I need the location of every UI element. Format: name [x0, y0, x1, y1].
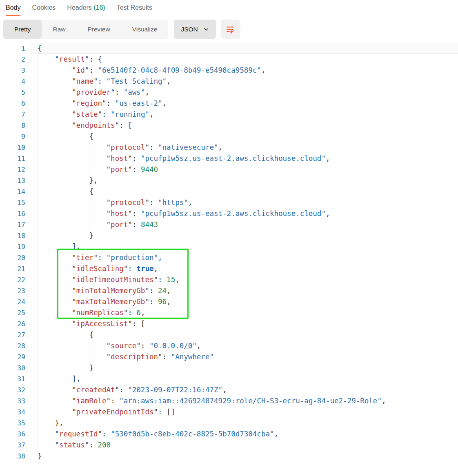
code-line: 16"host": "pcufp1w5sz.us-east-2.aws.clic…	[0, 208, 458, 219]
indent-guide	[72, 175, 89, 186]
code-token: ": [	[128, 320, 145, 328]
code-line: 12"port": 9440	[0, 164, 458, 175]
view-mode-pretty[interactable]: Pretty	[3, 20, 42, 39]
tab-body[interactable]: Body	[6, 4, 20, 16]
code-token: ": [	[115, 121, 132, 129]
indent-guide	[89, 351, 106, 363]
view-mode-preview[interactable]: Preview	[77, 20, 121, 39]
code-line: 20"tier": "production",	[0, 252, 458, 263]
code-line: 27{	[0, 329, 458, 340]
code-token: ":	[98, 110, 111, 118]
code-token: true	[136, 265, 153, 273]
code-token: 6	[136, 309, 141, 317]
indent-guide	[38, 164, 55, 175]
code-token: source	[111, 342, 136, 350]
code-token: createdAt	[76, 386, 115, 394]
tab-cookies[interactable]: Cookies	[32, 4, 56, 15]
code-token: "aws"	[124, 88, 145, 96]
code-token: protocol	[111, 143, 145, 151]
language-select[interactable]: JSON	[174, 20, 216, 39]
line-number: 10	[0, 142, 31, 153]
code-token: ,	[167, 287, 171, 295]
code-token: "	[55, 430, 59, 438]
code-line-content: "region": "us-east-2",	[31, 98, 458, 109]
line-number: 23	[0, 285, 31, 296]
code-token: ],	[72, 242, 80, 251]
indent-guide	[55, 363, 72, 374]
code-token: idleTimeoutMinutes	[76, 276, 154, 284]
response-toolbar: PrettyRawPreviewVisualize JSON	[3, 20, 458, 39]
code-line: 37"status": 200	[0, 440, 458, 451]
code-token: ipAccessList	[76, 320, 128, 328]
code-token: "2023-09-07T22:16:47Z"	[128, 386, 222, 394]
code-token: "	[72, 397, 76, 405]
indent-guide	[38, 396, 55, 407]
indent-guide	[55, 164, 72, 175]
code-token: "	[377, 397, 382, 405]
code-token: {	[38, 44, 42, 52]
code-line: 5"provider": "aws",	[0, 87, 458, 98]
indent-guide	[38, 351, 55, 363]
indent-guide	[38, 109, 55, 120]
code-token: {	[89, 132, 93, 140]
code-line: 3"id": "6e5140f2-04c8-4f09-8b49-e5498ca9…	[0, 65, 458, 76]
line-number: 14	[0, 186, 31, 197]
code-token: ,	[218, 143, 223, 151]
code-token: ":	[136, 342, 149, 350]
code-token: "	[72, 254, 76, 262]
line-number: 1	[0, 43, 31, 54]
line-number: 21	[0, 263, 31, 274]
line-number: 36	[0, 429, 31, 440]
code-token: ":	[85, 441, 98, 449]
line-number: 11	[0, 153, 31, 164]
indent-guide	[38, 385, 55, 396]
code-token: port	[111, 165, 128, 173]
line-number: 19	[0, 241, 31, 252]
code-token: "	[107, 143, 111, 151]
indent-guide	[55, 285, 72, 296]
code-token: "6e5140f2-04c8-4f09-8b49-e5498ca9589c"	[98, 66, 261, 74]
code-line-content: "createdAt": "2023-09-07T22:16:47Z",	[31, 385, 458, 396]
tab-test-results[interactable]: Test Results	[117, 4, 152, 15]
code-line: 31],	[0, 374, 458, 385]
code-token: privateEndpointIds	[76, 408, 154, 416]
indent-guide	[55, 219, 72, 230]
line-number: 6	[0, 98, 31, 109]
line-number: 5	[0, 87, 31, 98]
indent-guide	[55, 87, 72, 98]
code-token: }	[38, 452, 42, 460]
code-token: ],	[72, 375, 80, 383]
indent-guide	[55, 385, 72, 396]
code-line: 38}	[0, 451, 458, 462]
view-mode-raw[interactable]: Raw	[42, 20, 76, 39]
code-token: "	[107, 220, 111, 229]
code-token: "	[72, 77, 76, 85]
code-line: 32"createdAt": "2023-09-07T22:16:47Z",	[0, 385, 458, 396]
code-token: ,	[162, 99, 167, 107]
view-mode-visualize[interactable]: Visualize	[121, 20, 169, 39]
indent-guide	[38, 153, 55, 164]
code-token: ":	[107, 397, 120, 405]
code-token: ":	[153, 408, 167, 416]
tab-label: Headers	[67, 4, 91, 11]
wrap-lines-button[interactable]	[221, 20, 240, 39]
code-token: endpoints	[76, 121, 115, 129]
code-token: {	[89, 331, 93, 339]
code-line: 35},	[0, 418, 458, 429]
code-token: "Test Scaling"	[107, 77, 167, 85]
line-number: 9	[0, 131, 31, 142]
code-token: ":	[115, 386, 128, 394]
indent-guide	[38, 131, 55, 142]
tab-headers[interactable]: Headers (16)	[67, 4, 105, 15]
code-line-content: "provider": "aws",	[31, 87, 458, 98]
code-token: ,	[197, 342, 201, 350]
indent-guide	[72, 363, 89, 374]
indent-guide	[55, 230, 72, 241]
code-line: 23"minTotalMemoryGb": 24,	[0, 285, 458, 296]
line-number: 33	[0, 396, 31, 407]
code-line: 18}	[0, 230, 458, 241]
code-editor[interactable]: 1{2"result": {3"id": "6e5140f2-04c8-4f09…	[0, 40, 458, 462]
indent-guide	[72, 219, 89, 230]
code-token: ,	[326, 209, 330, 218]
code-token: idleScaling	[76, 265, 124, 273]
